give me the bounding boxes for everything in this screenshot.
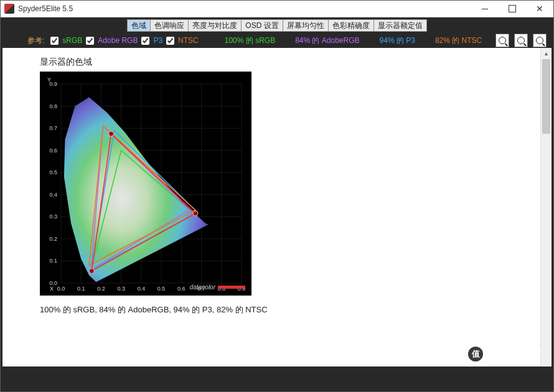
maximize-button[interactable]: [499, 1, 526, 17]
stat-p3: 94% 的 P3: [380, 35, 415, 46]
svg-text:0.2: 0.2: [49, 236, 57, 242]
chart-title: 显示器的色域: [40, 57, 540, 68]
tab-3[interactable]: OSD 设置: [242, 19, 283, 32]
tab-4[interactable]: 屏幕均匀性: [283, 19, 329, 32]
zoom-out-button[interactable]: [514, 34, 528, 47]
svg-text:X: X: [50, 286, 54, 292]
reference-label: 参考:: [27, 35, 44, 46]
app-window: Spyder5Elite 5.5 ─ ✕ 色域色调响应亮度与对比度OSD 设置屏…: [0, 0, 554, 392]
svg-text:0.7: 0.7: [49, 125, 57, 131]
scroll-thumb[interactable]: [542, 59, 550, 134]
toolbar: 参考: sRGB Adobe RGB P3 NTSC 100% 的 sRGB 8…: [2, 33, 552, 48]
zoom-in-icon: [499, 37, 506, 44]
stat-ntsc: 82% 的 NTSC: [435, 35, 482, 46]
label-adobergb: Adobe RGB: [98, 36, 138, 45]
svg-text:0.4: 0.4: [49, 192, 57, 198]
checkbox-adobergb[interactable]: [86, 37, 94, 45]
zoom-fit-button[interactable]: [533, 34, 547, 47]
svg-text:Y: Y: [47, 77, 51, 83]
tab-0[interactable]: 色域: [127, 19, 151, 32]
report-page: 显示器的色域 0.00.00.10.10.20.20.30.30.40.40.5…: [2, 48, 540, 366]
chart-branding: datacolor: [190, 284, 245, 291]
watermark-badge-icon: 值: [468, 347, 483, 362]
svg-text:0.3: 0.3: [117, 286, 125, 292]
tab-6[interactable]: 显示器额定值: [374, 19, 427, 32]
stat-srgb: 100% 的 sRGB: [225, 35, 275, 46]
label-p3: P3: [153, 36, 162, 45]
tabbar: 色域色调响应亮度与对比度OSD 设置屏幕均匀性色彩精确度显示器额定值: [2, 19, 552, 33]
checkbox-srgb[interactable]: [50, 37, 59, 45]
app-body: 色域色调响应亮度与对比度OSD 设置屏幕均匀性色彩精确度显示器额定值 参考: s…: [1, 17, 553, 391]
summary-text: 100% 的 sRGB, 84% 的 AdobeRGB, 94% 的 P3, 8…: [40, 304, 540, 315]
label-srgb: sRGB: [62, 36, 82, 45]
tab-1[interactable]: 色调响应: [151, 19, 189, 32]
vertical-scrollbar[interactable]: ▴: [540, 48, 552, 366]
label-ntsc: NTSC: [178, 36, 199, 45]
checkbox-p3[interactable]: [141, 37, 149, 45]
svg-text:0.6: 0.6: [49, 147, 57, 154]
brand-bar-icon: [218, 286, 245, 289]
svg-text:0.5: 0.5: [49, 169, 57, 175]
window-title: Spyder5Elite 5.5: [18, 4, 73, 13]
svg-text:0.6: 0.6: [177, 286, 185, 292]
tab-2[interactable]: 亮度与对比度: [189, 19, 242, 32]
checkbox-ntsc[interactable]: [166, 37, 174, 45]
svg-text:0.4: 0.4: [138, 286, 146, 292]
zoom-out-icon: [517, 37, 525, 44]
svg-point-44: [89, 268, 94, 273]
stat-adobergb: 84% 的 AdobeRGB: [295, 35, 359, 46]
zoom-fit-icon: [536, 37, 543, 44]
watermark-text: 什么值得买: [487, 347, 543, 362]
svg-point-42: [193, 211, 198, 216]
watermark: 值 什么值得买: [468, 347, 543, 362]
svg-text:0.3: 0.3: [49, 213, 57, 220]
svg-text:0.2: 0.2: [97, 286, 105, 292]
content-area: 显示器的色域 0.00.00.10.10.20.20.30.30.40.40.5…: [2, 48, 552, 366]
zoom-in-button[interactable]: [495, 34, 509, 47]
titlebar: Spyder5Elite 5.5 ─ ✕: [1, 1, 553, 17]
brand-text: datacolor: [190, 284, 215, 291]
svg-text:0.0: 0.0: [57, 286, 65, 292]
scroll-up-icon[interactable]: ▴: [541, 48, 552, 58]
svg-text:0.1: 0.1: [49, 258, 57, 264]
svg-text:0.1: 0.1: [77, 286, 85, 292]
svg-text:0.8: 0.8: [49, 103, 57, 110]
app-icon: [4, 4, 14, 14]
svg-point-43: [109, 131, 114, 136]
gamut-chart: 0.00.00.10.10.20.20.30.30.40.40.50.50.60…: [40, 72, 251, 296]
tab-5[interactable]: 色彩精确度: [329, 19, 374, 32]
minimize-button[interactable]: ─: [471, 1, 499, 17]
close-button[interactable]: ✕: [526, 1, 553, 17]
svg-text:0.5: 0.5: [157, 286, 166, 292]
